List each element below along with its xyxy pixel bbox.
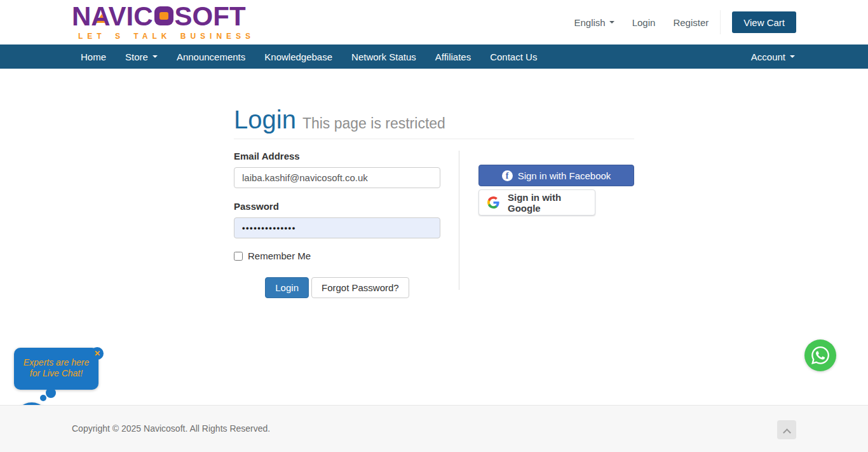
chat-bubble-tail-dot: [40, 395, 46, 401]
chevron-up-icon: [783, 428, 791, 437]
live-chat-bubble[interactable]: Experts are here for Live Chat!: [14, 348, 98, 390]
header-divider: [720, 10, 721, 34]
forgot-password-button[interactable]: Forgot Password?: [311, 277, 409, 298]
chat-bubble-tail-dot: [46, 388, 56, 398]
email-field[interactable]: [234, 167, 440, 188]
header-right: English Login Register View Cart: [574, 0, 796, 45]
google-signin-button[interactable]: Sign in with Google: [478, 189, 595, 216]
title-divider: [234, 139, 634, 139]
password-field[interactable]: [234, 217, 440, 238]
language-dropdown[interactable]: English: [574, 17, 614, 28]
language-label: English: [574, 17, 605, 28]
register-link[interactable]: Register: [673, 17, 709, 28]
facebook-signin-button[interactable]: f Sign in with Facebook: [478, 165, 634, 186]
page-subtitle: This page is restricted: [302, 115, 445, 132]
login-link[interactable]: Login: [632, 17, 656, 28]
vertical-divider: [459, 151, 459, 290]
caret-down-icon: [609, 21, 614, 24]
remember-me-checkbox[interactable]: [234, 252, 243, 261]
login-button[interactable]: Login: [265, 277, 309, 298]
login-form: Email Address Password Remember Me Login…: [234, 151, 440, 298]
scroll-to-top-button[interactable]: [777, 420, 796, 439]
nav-item-store[interactable]: Store: [125, 51, 158, 62]
logo-part1: NAVIC: [72, 1, 153, 31]
nav-item-affiliates[interactable]: Affiliates: [435, 51, 471, 62]
google-icon: [487, 196, 499, 209]
nav-item-contact-us[interactable]: Contact Us: [490, 51, 537, 62]
navicosoft-logo[interactable]: NAVICSOFT LET S TALK BUSINESS: [72, 3, 255, 41]
caret-down-icon: [153, 55, 158, 58]
whatsapp-button[interactable]: [804, 339, 836, 371]
nav-item-announcements[interactable]: Announcements: [177, 51, 245, 62]
view-cart-button[interactable]: View Cart: [732, 11, 796, 33]
main-navbar: Home Store Announcements Knowledgebase N…: [0, 45, 868, 69]
logo-tagline: LET S TALK BUSINESS: [72, 32, 255, 41]
nav-item-home[interactable]: Home: [81, 51, 106, 62]
nav-item-account[interactable]: Account: [751, 51, 795, 62]
nav-item-knowledgebase[interactable]: Knowledgebase: [264, 51, 332, 62]
whatsapp-icon: [811, 346, 829, 364]
caret-down-icon: [790, 55, 795, 58]
header: NAVICSOFT LET S TALK BUSINESS English Lo…: [0, 0, 868, 45]
page-title-text: Login: [234, 106, 296, 134]
nav-item-account-label: Account: [751, 51, 785, 62]
facebook-signin-label: Sign in with Facebook: [518, 170, 611, 181]
facebook-icon: f: [502, 170, 513, 181]
footer: Copyright © 2025 Navicosoft. All Rights …: [0, 405, 868, 452]
close-icon[interactable]: ✕: [91, 347, 104, 360]
logo-letter-o: [154, 6, 173, 25]
nav-item-network-status[interactable]: Network Status: [351, 51, 416, 62]
password-label: Password: [234, 201, 440, 212]
form-buttons: Login Forgot Password?: [234, 277, 440, 298]
social-signin: f Sign in with Facebook Sign in with Goo…: [478, 165, 634, 216]
logo-text: NAVICSOFT: [72, 3, 255, 30]
email-label: Email Address: [234, 151, 440, 161]
copyright-text: Copyright © 2025 Navicosoft. All Rights …: [72, 423, 270, 434]
nav-item-store-label: Store: [125, 51, 148, 62]
google-signin-label: Sign in with Google: [508, 192, 595, 214]
logo-part2: SOFT: [175, 1, 246, 31]
remember-me-label: Remember Me: [248, 250, 311, 261]
remember-me-row: Remember Me: [234, 250, 440, 261]
page-title: LoginThis page is restricted: [234, 106, 634, 134]
